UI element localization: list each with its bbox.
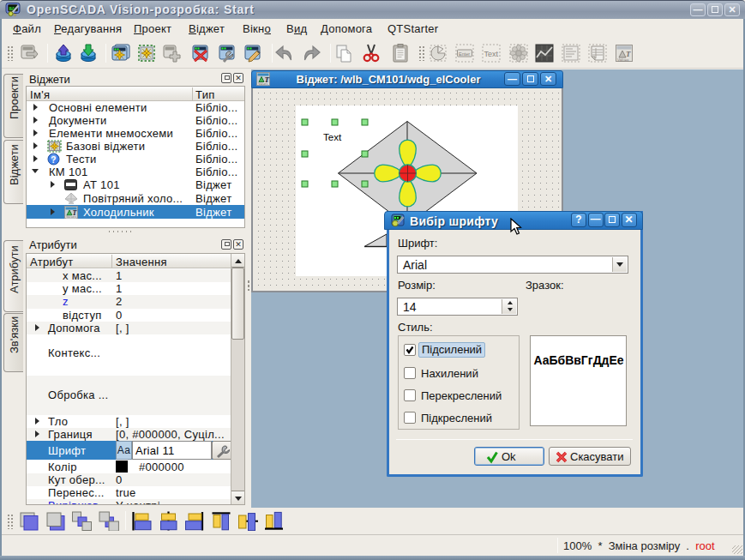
svg-text:Text: Text <box>323 132 342 142</box>
svg-text:Enter: Enter <box>459 51 470 57</box>
svg-text:?: ? <box>51 155 56 165</box>
svg-text:Values: Values <box>258 82 267 86</box>
svg-text:Text: Text <box>484 50 499 58</box>
svg-text:Values: Values <box>66 215 76 219</box>
svg-text:T: T <box>626 50 631 58</box>
svg-text:Values: Values <box>617 58 629 63</box>
